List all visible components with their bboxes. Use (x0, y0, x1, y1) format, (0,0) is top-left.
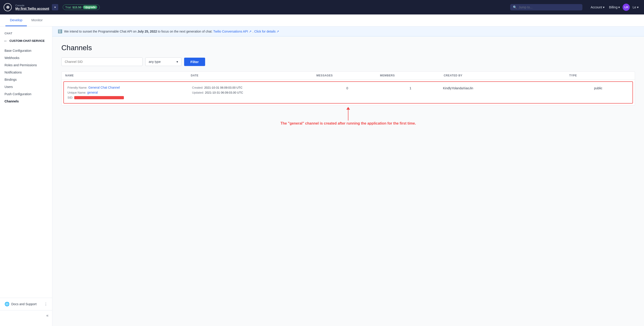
sidebar-item-label: Push Configuration (4, 92, 31, 96)
sub-nav: Develop Monitor (0, 15, 644, 27)
updated-date-row: Updated: 2021-10-31 06:09:03.00 UTC (192, 90, 315, 94)
user-chevron-icon: ▾ (637, 6, 638, 9)
tab-develop[interactable]: Develop (6, 15, 27, 26)
account-menu-label: Account (590, 6, 602, 9)
created-date-row: Created: 2021-10-31 06:09:03.00 UTC (192, 85, 315, 90)
updated-label: Updated: (192, 91, 204, 94)
unique-name-link[interactable]: general (87, 91, 98, 94)
created-label: Created: (192, 86, 203, 89)
th-members: MEMBERS (380, 74, 442, 77)
filter-row: any type public private ▾ Filter (62, 57, 635, 66)
friendly-name-row: Friendly Name: General Chat Channel (68, 85, 190, 90)
unique-name-label: Unique Name: (68, 91, 86, 94)
avatar[interactable]: LH (622, 4, 630, 11)
sidebar-item-base-configuration[interactable]: Base Configuration (0, 47, 52, 54)
th-type: TYPE (569, 74, 631, 77)
sidebar-item-push-configuration[interactable]: Push Configuration (0, 90, 52, 98)
sidebar-item-label: Bindings (4, 78, 17, 81)
docs-support-label: Docs and Support (11, 302, 36, 306)
sidebar-item-bindings[interactable]: Bindings (0, 76, 52, 83)
channel-sid-input[interactable] (62, 57, 142, 66)
billing-menu-label: Billing (609, 6, 617, 9)
search-icon: 🔍 (513, 6, 517, 9)
page-content: Channels any type public private ▾ Filte… (52, 36, 644, 133)
sidebar-collapse-btn[interactable]: « (46, 313, 48, 318)
table-row: Friendly Name: General Chat Channel Uniq… (64, 81, 633, 104)
sidebar-item-label: Roles and Permissions (4, 63, 37, 67)
created-date-value: 2021-10-31 06:09:03.00 UTC (204, 86, 242, 89)
type-select-wrapper[interactable]: any type public private ▾ (145, 57, 182, 66)
user-menu-btn[interactable]: Le ▾ (631, 4, 640, 11)
user-name-label: Le (632, 6, 636, 9)
th-created-by: CREATED BY (444, 74, 567, 77)
avatar-initials: LH (624, 6, 628, 9)
tab-develop-label: Develop (10, 18, 22, 22)
sid-row: SID: (68, 95, 190, 99)
filter-button[interactable]: Filter (184, 58, 205, 66)
billing-menu-btn[interactable]: Billing ▾ (607, 4, 622, 11)
console-label: Console (15, 4, 49, 7)
docs-support-icon: 🌐 (4, 301, 10, 306)
click-details-link[interactable]: Click for details ↗ (254, 30, 279, 33)
sidebar-section-label: Chat (0, 32, 52, 37)
sid-label: SID: (68, 96, 73, 99)
search-input[interactable] (518, 6, 580, 9)
banner-text-pre: We intend to sunset the Programmable Cha… (64, 30, 136, 33)
conversations-api-link[interactable]: Twilio Conversations API ↗ (213, 30, 252, 33)
sidebar-collapse: « (0, 310, 52, 320)
tab-monitor-label: Monitor (31, 18, 43, 22)
sid-redacted-bar (74, 96, 124, 99)
account-menu-btn[interactable]: Account ▾ (589, 4, 606, 11)
upgrade-button[interactable]: Upgrade (83, 6, 98, 9)
unique-name-row: Unique Name: general (68, 90, 190, 94)
annotation-text: The "general" channel is created after r… (280, 121, 416, 125)
sidebar-back-btn[interactable]: ← (4, 39, 8, 43)
type-select[interactable]: any type public private (149, 60, 175, 64)
sidebar-more-icon[interactable]: ⋮ (44, 302, 48, 306)
sidebar: Chat ← CUSTOM-CHAT-SERVICE Base Configur… (0, 27, 52, 326)
top-nav: ⊕ Console My first Twilio account ▾ Tria… (0, 0, 644, 15)
account-chevron-icon: ▾ (603, 6, 604, 9)
banner-text-mid: to focus on the next generation of chat: (158, 30, 212, 33)
sidebar-item-channels[interactable]: Channels (0, 98, 52, 105)
sidebar-item-users[interactable]: Users (0, 83, 52, 90)
sidebar-item-label: Notifications (4, 71, 22, 74)
annotation-arrow (348, 109, 348, 120)
logo-icon: ⊕ (4, 3, 12, 11)
back-icon: ← (4, 39, 8, 43)
channel-members-cell: 1 (380, 85, 441, 90)
select-chevron-icon: ▾ (176, 60, 178, 64)
sidebar-item-label: Webhooks (4, 56, 20, 60)
channel-created-by-cell: KindlyYolandaXiaoJin (443, 85, 566, 90)
page-title: Channels (62, 44, 635, 52)
channel-messages-cell: 0 (316, 85, 378, 90)
sidebar-item-label: Channels (4, 99, 19, 103)
sidebar-item-label: Users (4, 85, 13, 89)
account-dropdown-btn[interactable]: ▾ (52, 4, 58, 11)
updated-date-value: 2021-10-31 06:09:03.00 UTC (205, 91, 243, 94)
banner-text: We intend to sunset the Programmable Cha… (64, 30, 279, 33)
th-messages: MESSAGES (316, 74, 378, 77)
sidebar-footer: 🌐 Docs and Support ⋮ (0, 298, 52, 310)
friendly-name-label: Friendly Name: (68, 86, 87, 89)
sidebar-service-name: CUSTOM-CHAT-SERVICE (10, 39, 45, 43)
th-name: NAME (65, 74, 189, 77)
sidebar-service-header: ← CUSTOM-CHAT-SERVICE (0, 37, 52, 47)
channel-type-cell: public (568, 85, 629, 90)
banner-date: July 25, 2022 (138, 30, 157, 33)
nav-right-actions: Account ▾ Billing ▾ LH Le ▾ (589, 4, 640, 11)
search-bar: 🔍 (510, 4, 582, 11)
trial-badge: Trial: $15.50 Upgrade (63, 5, 100, 10)
sunset-banner: ℹ️ We intend to sunset the Programmable … (52, 27, 644, 36)
friendly-name-link[interactable]: General Chat Channel (88, 86, 120, 89)
main-content: ℹ️ We intend to sunset the Programmable … (52, 27, 644, 326)
trial-amount: $15.50 (72, 6, 82, 9)
table-header: NAME DATE MESSAGES MEMBERS CREATED BY TY… (62, 72, 635, 80)
collapse-icon: « (46, 313, 48, 318)
account-name[interactable]: My first Twilio account (15, 7, 49, 11)
sidebar-item-webhooks[interactable]: Webhooks (0, 54, 52, 62)
tab-monitor[interactable]: Monitor (27, 15, 47, 26)
main-layout: Chat ← CUSTOM-CHAT-SERVICE Base Configur… (0, 27, 644, 326)
sidebar-item-notifications[interactable]: Notifications (0, 69, 52, 76)
sidebar-item-roles-permissions[interactable]: Roles and Permissions (0, 62, 52, 69)
